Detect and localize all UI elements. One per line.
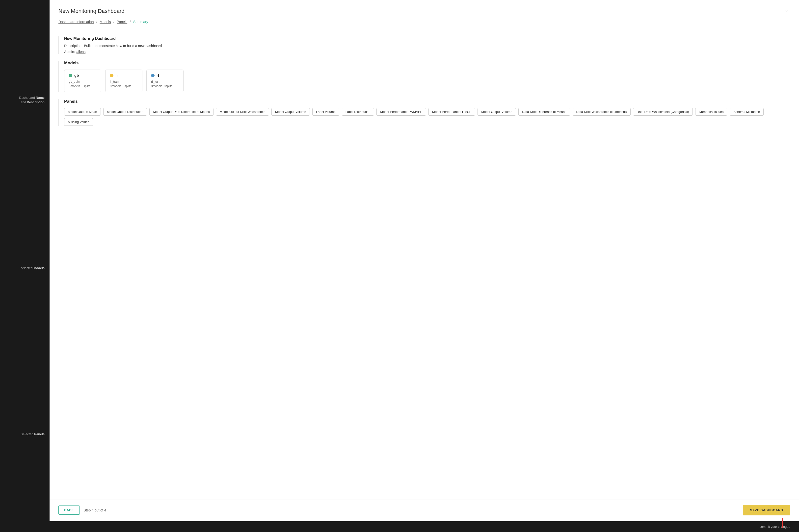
model-rf-sub1: rf_test [151, 79, 179, 84]
breadcrumb-sep-1: / [96, 20, 97, 24]
model-rf-sub2: 3models_3splits... [151, 84, 179, 88]
model-gb-header: gb [69, 73, 97, 77]
arrow-indicator [782, 518, 783, 528]
dashboard-name-heading: New Monitoring Dashboard [64, 36, 790, 41]
model-lr-dot [110, 74, 113, 77]
breadcrumb-panels[interactable]: Panels [117, 20, 127, 24]
back-button[interactable]: BACK [58, 506, 80, 515]
model-lr-name: lr [115, 73, 118, 77]
models-section: Models gb gb_train 3models_3splits... [58, 61, 790, 92]
commit-text: commit your changes [759, 525, 790, 529]
bottom-bar: commit your changes [50, 521, 799, 532]
model-gb-dot [69, 74, 72, 77]
model-card-rf: rf rf_test 3models_3splits... [146, 70, 184, 92]
panel-tag-0: Model Output: Mean [64, 108, 101, 116]
model-gb-sub1: gb_train [69, 79, 97, 84]
breadcrumb-dashboard-info[interactable]: Dashboard Information [58, 20, 94, 24]
save-dashboard-button[interactable]: SAVE DASHBOARD [743, 505, 790, 515]
panel-tag-6: Label Distribution [342, 108, 374, 116]
panel-tag-4: Model Output Volume [272, 108, 310, 116]
save-btn-wrapper: SAVE DASHBOARD [743, 505, 790, 515]
panel-tag-15: Missing Values [64, 118, 93, 126]
panel-tag-2: Model Output Drift: Difference of Means [149, 108, 213, 116]
panel-tag-10: Data Drift: Difference of Means [518, 108, 570, 116]
description-label: Description: [64, 44, 82, 48]
model-rf-name: rf [156, 73, 159, 77]
breadcrumb-sep-2: / [113, 20, 114, 24]
panel-tag-9: Model Output Volume [478, 108, 516, 116]
panels-section-title: Panels [64, 99, 790, 104]
panel-tag-7: Model Performance: WMAPE [376, 108, 426, 116]
sidebar-label-name-desc: Dashboard Nameand Description [0, 96, 50, 104]
close-button[interactable]: × [783, 7, 790, 15]
description-row: Description: Built to demonstrate how to… [64, 44, 790, 48]
modal-body: New Monitoring Dashboard Description: Bu… [50, 29, 799, 499]
panels-grid: Model Output: MeanModel Output Distribut… [64, 108, 790, 126]
panel-tag-5: Label Volume [312, 108, 339, 116]
panel-tag-14: Schema Mismatch [730, 108, 764, 116]
sidebar-label-models: selected Models [0, 266, 50, 270]
panels-section: Panels Model Output: MeanModel Output Di… [58, 99, 790, 126]
arrow-line [782, 518, 783, 528]
panel-tag-12: Data Drift: Wasserstein (Categorical) [633, 108, 693, 116]
modal-header: New Monitoring Dashboard × [50, 0, 799, 15]
left-sidebar: Dashboard Nameand Description selected M… [0, 0, 50, 532]
admin-label: Admin: [64, 50, 75, 54]
dashboard-info-section: New Monitoring Dashboard Description: Bu… [58, 36, 790, 54]
model-lr-sub1: lr_train [110, 79, 138, 84]
breadcrumb-sep-3: / [130, 20, 131, 24]
breadcrumb: Dashboard Information / Models / Panels … [50, 15, 799, 29]
panel-tag-3: Model Output Drift: Wasserstein [216, 108, 269, 116]
model-rf-dot [151, 74, 154, 77]
outer-wrapper: Dashboard Nameand Description selected M… [0, 0, 799, 532]
models-grid: gb gb_train 3models_3splits... lr lr_tra… [64, 70, 790, 92]
modal-container: New Monitoring Dashboard × Dashboard Inf… [50, 0, 799, 532]
model-rf-header: rf [151, 73, 179, 77]
admin-row: Admin: ailens [64, 50, 790, 54]
panel-tag-1: Model Output Distribution [103, 108, 147, 116]
model-card-gb: gb gb_train 3models_3splits... [64, 70, 101, 92]
model-lr-header: lr [110, 73, 138, 77]
step-info: Step 4 out of 4 [84, 508, 106, 512]
panel-tag-13: Numerical Issues [695, 108, 727, 116]
model-card-lr: lr lr_train 3models_3splits... [105, 70, 143, 92]
model-gb-name: gb [74, 73, 79, 77]
sidebar-label-panels: selected Panels [0, 432, 50, 436]
panel-tag-8: Model Performance: RMSE [428, 108, 475, 116]
panel-tag-11: Data Drift: Wasserstein (Numerical) [573, 108, 631, 116]
model-lr-sub2: 3models_3splits... [110, 84, 138, 88]
footer-left: BACK Step 4 out of 4 [58, 506, 106, 515]
breadcrumb-models[interactable]: Models [99, 20, 111, 24]
modal-title: New Monitoring Dashboard [58, 8, 125, 14]
model-gb-sub2: 3models_3splits... [69, 84, 97, 88]
admin-value: ailens [76, 50, 86, 54]
modal-footer: BACK Step 4 out of 4 SAVE DASHBOARD [50, 499, 799, 521]
models-section-title: Models [64, 61, 790, 65]
description-value: Built to demonstrate how to build a new … [84, 44, 162, 48]
breadcrumb-summary[interactable]: Summary [133, 20, 148, 24]
